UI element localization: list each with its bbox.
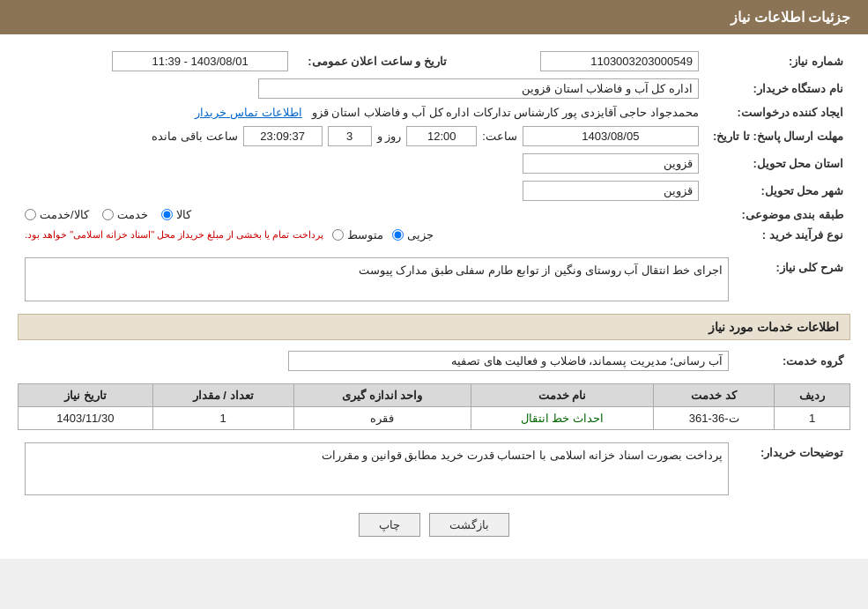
farayand-row: پرداخت تمام یا بخشی از مبلغ خریداز محل "… xyxy=(25,228,699,241)
header-kod: کد خدمت xyxy=(653,384,774,407)
page-header: جزئیات اطلاعات نیاز xyxy=(0,0,868,34)
radio-kala-khadamat[interactable]: کالا/خدمت xyxy=(25,208,89,221)
tawzihat-table: توضیحات خریدار: پرداخت بصورت اسناد خزانه… xyxy=(18,439,850,499)
saat-box: 12:00 xyxy=(406,126,477,146)
services-table: ردیف کد خدمت نام خدمت واحد اندازه گیری ت… xyxy=(18,383,850,430)
tarikh-elan-label: تاریخ و ساعت اعلان عمومی: xyxy=(295,48,454,75)
tawzihat-box: پرداخت بصورت اسناد خزانه اسلامی با احتسا… xyxy=(25,442,729,495)
ostan-label: استان محل تحویل: xyxy=(706,150,850,177)
ettelaat-link[interactable]: اطلاعات تماس خریدار xyxy=(195,106,301,119)
saat-label: ساعت: xyxy=(482,130,517,143)
services-header-row: ردیف کد خدمت نام خدمت واحد اندازه گیری ت… xyxy=(19,384,850,407)
header-nam: نام خدمت xyxy=(471,384,653,407)
btn-row: بازگشت چاپ xyxy=(18,513,850,537)
grooh-value: آب رسانی؛ مدیریت پسماند، فاضلاب و فعالیت… xyxy=(18,347,736,375)
ijad-konande-label: ایجاد کننده درخواست: xyxy=(706,102,850,123)
shahr-value: قزوین xyxy=(18,177,706,204)
shomara-niaz-label: شماره نیاز: xyxy=(706,48,850,75)
row-grooh: گروه خدمت: آب رسانی؛ مدیریت پسماند، فاضل… xyxy=(18,347,850,375)
tawzihat-label: توضیحات خریدار: xyxy=(736,439,850,499)
sherh-text: اجرای خط انتقال آب روستای ونگین از توابع… xyxy=(359,264,723,277)
radio-kala-khadamat-input[interactable] xyxy=(25,209,36,220)
tawzihat-value: پرداخت بصورت اسناد خزانه اسلامی با احتسا… xyxy=(18,439,736,499)
shahr-label: شهر محل تحویل: xyxy=(706,177,850,204)
header-tarikh: تاریخ نیاز xyxy=(19,384,153,407)
radio-kala[interactable]: کالا xyxy=(161,208,191,221)
ijad-konande-value: محمدجواد حاجی آقایزدی پور کارشناس تدارکا… xyxy=(18,102,706,123)
shomara-niaz-box: 1103003203000549 xyxy=(540,51,699,71)
grooh-label: گروه خدمت: xyxy=(736,347,850,375)
roz-box: 3 xyxy=(328,126,372,146)
cell-vahed: فقره xyxy=(293,407,471,430)
row-farayand: نوع فرآیند خرید : پرداخت تمام یا بخشی از… xyxy=(18,225,850,245)
row-shomara: شماره نیاز: 1103003203000549 تاریخ و ساع… xyxy=(18,48,850,75)
ostan-value: قزوین xyxy=(18,150,706,177)
row-mohlat: مهلت ارسال پاسخ: تا تاریخ: 1403/08/05 سا… xyxy=(18,123,850,150)
nam-dastaghah-box: اداره کل آب و فاضلاب استان قزوین xyxy=(258,78,699,99)
header-tedad: تعداد / مقدار xyxy=(152,384,293,407)
tawzihat-text: پرداخت بصورت اسناد خزانه اسلامی با احتسا… xyxy=(322,449,723,462)
tabaqe-label: طبقه بندی موضوعی: xyxy=(706,204,850,225)
content-area: شماره نیاز: 1103003203000549 تاریخ و ساع… xyxy=(0,34,868,559)
mohlat-row: 1403/08/05 ساعت: 12:00 روز و 3 23:09:37 … xyxy=(25,126,699,146)
radio-jazii-label: جزیی xyxy=(407,228,434,241)
cell-nam: احداث خط انتقال xyxy=(471,407,653,430)
radio-motavasset[interactable]: متوسط xyxy=(332,228,383,241)
grooh-box: آب رسانی؛ مدیریت پسماند، فاضلاب و فعالیت… xyxy=(288,351,729,371)
baqi-saat-label: ساعت باقی مانده xyxy=(152,130,237,143)
roz-label: روز و xyxy=(377,130,402,143)
table-row: 1 ت-36-361 احداث خط انتقال فقره 1 1403/1… xyxy=(19,407,850,430)
farayand-note: پرداخت تمام یا بخشی از مبلغ خریداز محل "… xyxy=(25,229,323,241)
sherh-value: اجرای خط انتقال آب روستای ونگین از توابع… xyxy=(18,254,736,305)
radio-khadamat[interactable]: خدمت xyxy=(102,208,148,221)
tarikh-box: 1403/08/05 xyxy=(523,126,699,146)
cell-kod: ت-36-361 xyxy=(653,407,774,430)
radio-motavasset-input[interactable] xyxy=(332,229,344,241)
tabaqe-value: کالا/خدمت خدمت کالا xyxy=(18,204,706,225)
main-info-table: شماره نیاز: 1103003203000549 تاریخ و ساع… xyxy=(18,48,850,245)
radio-kala-label: کالا xyxy=(176,208,191,221)
farayand-value: پرداخت تمام یا بخشی از مبلغ خریداز محل "… xyxy=(18,225,706,245)
sherh-label: شرح کلی نیاز: xyxy=(736,254,850,305)
row-tawzihat: توضیحات خریدار: پرداخت بصورت اسناد خزانه… xyxy=(18,439,850,499)
cell-tedad: 1 xyxy=(152,407,293,430)
header-vahed: واحد اندازه گیری xyxy=(293,384,471,407)
nam-dastaghah-label: نام دستگاه خریدار: xyxy=(706,75,850,102)
row-ostan: استان محل تحویل: قزوین xyxy=(18,150,850,177)
cell-tarikh: 1403/11/30 xyxy=(19,407,153,430)
radio-khadamat-label: خدمت xyxy=(117,208,148,221)
row-tabaqe: طبقه بندی موضوعی: کالا/خدمت خدمت کالا xyxy=(18,204,850,225)
sherh-table: شرح کلی نیاز: اجرای خط انتقال آب روستای … xyxy=(18,254,850,305)
page-wrapper: جزئیات اطلاعات نیاز شماره نیاز: 11030032… xyxy=(0,0,868,559)
shahr-box: قزوین xyxy=(523,181,699,201)
nam-dastaghah-value: اداره کل آب و فاضلاب استان قزوین xyxy=(18,75,706,102)
cell-radif: 1 xyxy=(775,407,850,430)
mohlat-label: مهلت ارسال پاسخ: تا تاریخ: xyxy=(706,123,850,150)
header-radif: ردیف xyxy=(775,384,850,407)
services-section-title: اطلاعات خدمات مورد نیاز xyxy=(18,314,850,340)
row-dastaghah: نام دستگاه خریدار: اداره کل آب و فاضلاب … xyxy=(18,75,850,102)
radio-khadamat-input[interactable] xyxy=(102,209,114,220)
radio-kala-input[interactable] xyxy=(161,209,173,220)
radio-jazii-input[interactable] xyxy=(392,229,404,241)
row-sherh: شرح کلی نیاز: اجرای خط انتقال آب روستای … xyxy=(18,254,850,305)
btn-bazgasht[interactable]: بازگشت xyxy=(429,513,509,537)
ijad-konande-text: محمدجواد حاجی آقایزدی پور کارشناس تدارکا… xyxy=(312,106,699,119)
sherh-box: اجرای خط انتقال آب روستای ونگین از توابع… xyxy=(25,257,729,301)
radio-kala-khadamat-label: کالا/خدمت xyxy=(40,208,89,221)
shomara-niaz-value: 1103003203000549 xyxy=(454,48,706,75)
farayand-label: نوع فرآیند خرید : xyxy=(706,225,850,245)
grooh-table: گروه خدمت: آب رسانی؛ مدیریت پسماند، فاضل… xyxy=(18,347,850,375)
tabaqe-radio-group: کالا/خدمت خدمت کالا xyxy=(25,208,699,221)
radio-motavasset-label: متوسط xyxy=(347,228,383,241)
btn-chap[interactable]: چاپ xyxy=(359,513,420,537)
tarikh-elan-box: 1403/08/01 - 11:39 xyxy=(112,51,288,71)
mohlat-value: 1403/08/05 ساعت: 12:00 روز و 3 23:09:37 … xyxy=(18,123,706,150)
ostan-box: قزوین xyxy=(523,153,699,174)
radio-jazii[interactable]: جزیی xyxy=(392,228,434,241)
row-shahr: شهر محل تحویل: قزوین xyxy=(18,177,850,204)
page-title: جزئیات اطلاعات نیاز xyxy=(731,10,850,25)
tarikh-elan-value: 1403/08/01 - 11:39 xyxy=(18,48,295,75)
row-ijad-konande: ایجاد کننده درخواست: محمدجواد حاجی آقایز… xyxy=(18,102,850,123)
baqi-saat-box: 23:09:37 xyxy=(243,126,323,146)
